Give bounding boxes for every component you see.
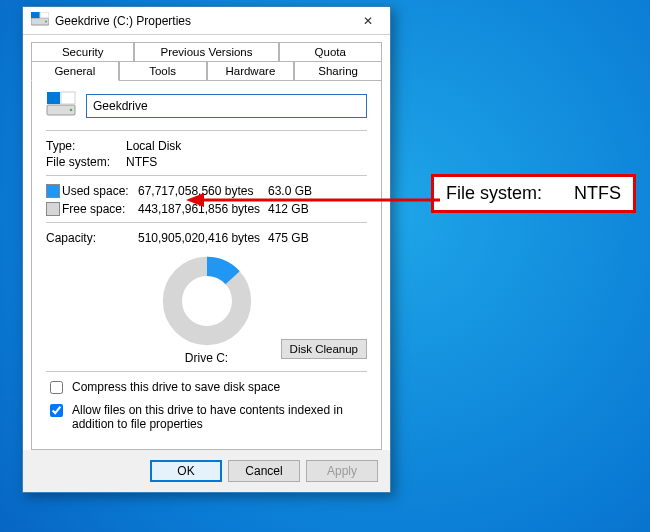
svg-point-5 <box>70 109 73 112</box>
close-button[interactable]: ✕ <box>346 7 390 35</box>
general-panel: Type: Local Disk File system: NTFS Used … <box>31 80 382 450</box>
dialog-button-row: OK Cancel Apply <box>23 450 390 492</box>
drive-name-input[interactable] <box>86 94 367 118</box>
drive-icon <box>31 12 49 29</box>
annotation-callout: File system: NTFS <box>431 174 636 213</box>
ok-button[interactable]: OK <box>150 460 222 482</box>
disk-cleanup-button[interactable]: Disk Cleanup <box>281 339 367 359</box>
tab-security[interactable]: Security <box>31 42 134 61</box>
compress-checkbox[interactable] <box>50 381 63 394</box>
index-label: Allow files on this drive to have conten… <box>72 403 367 431</box>
apply-button[interactable]: Apply <box>306 460 378 482</box>
tab-hardware[interactable]: Hardware <box>207 61 295 81</box>
index-checkbox[interactable] <box>50 404 63 417</box>
window-title: Geekdrive (C:) Properties <box>55 14 346 28</box>
tab-general[interactable]: General <box>31 61 119 81</box>
annotation-arrow-icon <box>186 190 440 210</box>
filesystem-label: File system: <box>46 155 126 169</box>
usage-donut-chart <box>159 253 255 349</box>
svg-point-3 <box>45 21 47 23</box>
type-label: Type: <box>46 139 126 153</box>
cancel-button[interactable]: Cancel <box>228 460 300 482</box>
tab-sharing[interactable]: Sharing <box>294 61 382 81</box>
svg-rect-2 <box>40 12 49 18</box>
free-space-label: Free space: <box>62 202 138 216</box>
svg-rect-1 <box>31 12 40 18</box>
capacity-human: 475 GB <box>268 231 367 245</box>
svg-rect-7 <box>61 92 75 104</box>
callout-label: File system: <box>446 183 542 204</box>
filesystem-value: NTFS <box>126 155 157 169</box>
tab-strip: Security Previous Versions Quota General… <box>23 35 390 450</box>
type-value: Local Disk <box>126 139 181 153</box>
properties-dialog: Geekdrive (C:) Properties ✕ Security Pre… <box>22 6 391 493</box>
compress-checkbox-row[interactable]: Compress this drive to save disk space <box>46 380 367 397</box>
callout-value: NTFS <box>574 183 621 204</box>
capacity-bytes: 510,905,020,416 bytes <box>138 231 268 245</box>
free-swatch-icon <box>46 202 60 216</box>
used-swatch-icon <box>46 184 60 198</box>
drive-glyph-icon <box>46 91 76 120</box>
used-space-label: Used space: <box>62 184 138 198</box>
index-checkbox-row[interactable]: Allow files on this drive to have conten… <box>46 403 367 431</box>
tab-tools[interactable]: Tools <box>119 61 207 81</box>
svg-marker-11 <box>186 193 204 207</box>
drive-label: Drive C: <box>185 351 228 365</box>
capacity-label: Capacity: <box>46 231 138 245</box>
titlebar[interactable]: Geekdrive (C:) Properties ✕ <box>23 7 390 35</box>
close-icon: ✕ <box>363 14 373 28</box>
svg-rect-6 <box>47 92 60 104</box>
tab-quota[interactable]: Quota <box>279 42 382 61</box>
compress-label: Compress this drive to save disk space <box>72 380 280 394</box>
tab-previous-versions[interactable]: Previous Versions <box>134 42 278 61</box>
